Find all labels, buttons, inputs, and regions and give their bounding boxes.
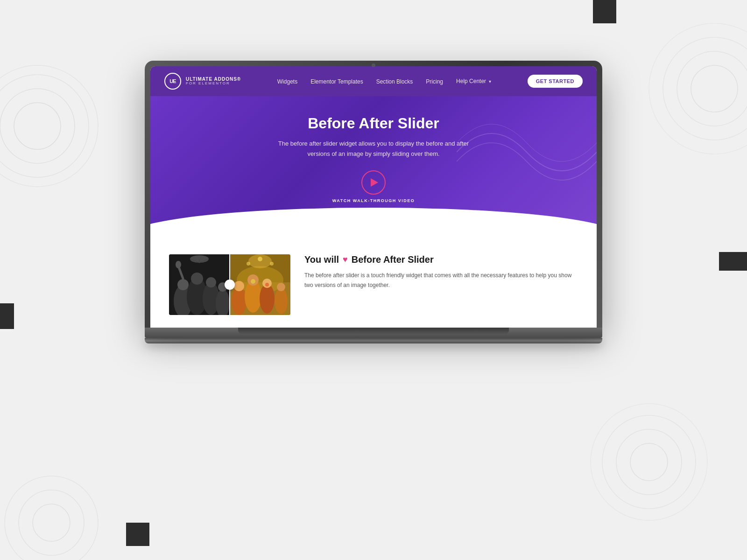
logo-subtitle: FOR ELEMENTOR (186, 82, 241, 86)
svg-point-9 (616, 429, 682, 495)
get-started-button[interactable]: GET STARTED (528, 75, 583, 88)
content-description: The before after slider is a touch frien… (304, 271, 578, 290)
nav-links: Widgets Elementor Templates Section Bloc… (277, 77, 491, 85)
svg-point-1 (0, 89, 75, 163)
watch-video-label: WATCH WALK-THROUGH VIDEO (332, 198, 415, 203)
svg-point-36 (275, 288, 288, 314)
svg-point-6 (663, 37, 747, 140)
decorative-square-1 (593, 0, 616, 23)
logo-icon: UE (164, 73, 181, 90)
laptop-foot (145, 338, 602, 343)
svg-point-25 (176, 261, 181, 268)
svg-point-4 (691, 65, 738, 112)
nav-item-help-center[interactable]: Help Center ▾ (456, 78, 491, 84)
decorative-circles-left (0, 61, 103, 191)
decorative-circles-right-bottom (588, 401, 710, 523)
laptop-camera (372, 63, 375, 67)
slider-after (230, 254, 290, 315)
svg-point-21 (191, 273, 203, 285)
nav-logo: UE ULTIMATE ADDONS® FOR ELEMENTOR (164, 73, 241, 90)
heart-icon: ♥ (343, 255, 348, 265)
content-heading: You will ♥ Before After Slider (304, 254, 578, 265)
hero-description: The before after slider widget allows yo… (275, 139, 472, 159)
svg-point-7 (649, 23, 747, 154)
logo-text: ULTIMATE ADDONS® FOR ELEMENTOR (186, 77, 241, 86)
svg-point-44 (247, 262, 250, 266)
laptop-hinge (238, 328, 509, 334)
laptop-bezel: UE ULTIMATE ADDONS® FOR ELEMENTOR Widget… (150, 66, 597, 328)
laptop-screen: UE ULTIMATE ADDONS® FOR ELEMENTOR Widget… (145, 61, 602, 328)
play-button[interactable] (361, 170, 386, 195)
svg-point-20 (177, 279, 189, 290)
nav-item-widgets[interactable]: Widgets (277, 77, 297, 85)
slider-before (169, 254, 230, 315)
svg-point-45 (258, 257, 262, 261)
svg-point-11 (591, 404, 707, 520)
decorative-square-4 (126, 523, 149, 546)
play-icon (371, 178, 378, 187)
svg-point-37 (234, 281, 244, 291)
hero-section: Before After Slider The before after sli… (150, 96, 597, 240)
hero-wave-decoration (457, 105, 597, 199)
decorative-square-3 (0, 303, 14, 329)
decorative-circles-bottom-left (0, 471, 103, 560)
navbar: UE ULTIMATE ADDONS® FOR ELEMENTOR Widget… (150, 66, 597, 96)
svg-point-46 (270, 262, 274, 266)
svg-point-10 (602, 415, 696, 509)
laptop-container: UE ULTIMATE ADDONS® FOR ELEMENTOR Widget… (145, 61, 602, 343)
svg-point-22 (206, 277, 216, 287)
svg-point-5 (677, 51, 747, 126)
decorative-square-2 (719, 252, 747, 271)
content-section: You will ♥ Before After Slider The befor… (150, 240, 597, 328)
svg-point-40 (277, 283, 285, 291)
nav-item-section-blocks[interactable]: Section Blocks (376, 77, 413, 85)
svg-point-42 (265, 283, 269, 287)
svg-point-35 (260, 284, 275, 314)
svg-point-14 (5, 476, 98, 560)
svg-point-2 (0, 75, 89, 177)
svg-point-3 (0, 65, 98, 187)
svg-point-12 (33, 504, 70, 541)
chevron-down-icon: ▾ (489, 79, 491, 84)
nav-item-elementor-templates[interactable]: Elementor Templates (310, 77, 363, 85)
before-after-slider-preview (169, 254, 290, 315)
svg-point-8 (630, 443, 668, 481)
svg-point-0 (14, 103, 61, 149)
slider-handle[interactable] (225, 280, 235, 290)
laptop-base (145, 328, 602, 338)
nav-item-pricing[interactable]: Pricing (426, 77, 443, 85)
content-text: You will ♥ Before After Slider The befor… (304, 254, 578, 290)
decorative-circles-right-top (644, 19, 747, 159)
website-frame: UE ULTIMATE ADDONS® FOR ELEMENTOR Widget… (150, 66, 597, 328)
svg-point-41 (251, 279, 255, 284)
svg-point-13 (19, 490, 84, 555)
